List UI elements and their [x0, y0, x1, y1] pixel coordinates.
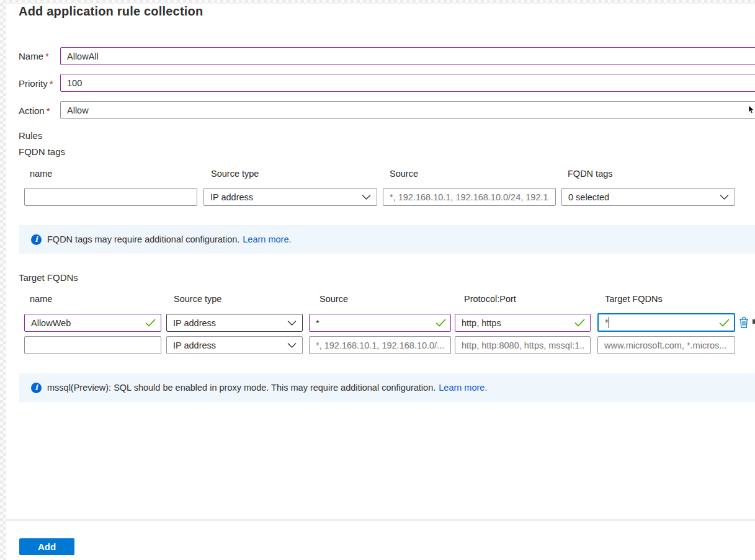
- target-name-input[interactable]: [24, 314, 161, 332]
- target-protocol-port-input[interactable]: [455, 336, 591, 354]
- target-protocol-port-input[interactable]: [455, 314, 591, 332]
- fqdn-source-type-select[interactable]: IP address: [203, 188, 377, 206]
- target-col-target-fqdns: Target FQDNs: [605, 294, 663, 304]
- rules-section-label: Rules: [19, 130, 42, 141]
- banner-text: mssql(Preview): SQL should be enabled in…: [47, 383, 436, 393]
- target-source-type-value: IP address: [173, 318, 216, 328]
- name-input[interactable]: [60, 47, 755, 65]
- target-col-source-type: Source type: [174, 294, 221, 304]
- target-source-input[interactable]: [309, 314, 451, 332]
- page-title: Add application rule collection: [19, 4, 203, 19]
- mouse-cursor: [748, 105, 755, 114]
- delete-row-icon[interactable]: [739, 317, 749, 329]
- target-fqdns-input[interactable]: [597, 336, 735, 354]
- required-asterisk: *: [45, 51, 49, 61]
- target-source-type-value: IP address: [173, 340, 216, 350]
- target-col-source: Source: [319, 294, 348, 304]
- add-application-rule-collection-blade: Add application rule collection Name* Pr…: [0, 0, 755, 560]
- target-source-input[interactable]: [309, 336, 451, 354]
- fqdn-col-fqdn-tags: FQDN tags: [568, 169, 613, 179]
- chevron-down-icon: [287, 342, 297, 348]
- fqdn-col-source-type: Source type: [211, 169, 259, 179]
- target-source-type-select[interactable]: IP address: [166, 314, 303, 332]
- mssql-info-banner: i mssql(Preview): SQL should be enabled …: [19, 373, 755, 402]
- add-button[interactable]: Add: [19, 538, 74, 555]
- action-label: Action*: [19, 105, 50, 116]
- priority-input[interactable]: [60, 74, 755, 92]
- fqdn-tags-select[interactable]: 0 selected: [561, 188, 735, 206]
- target-fqdns-input-focused[interactable]: [597, 313, 735, 332]
- fqdn-col-source: Source: [390, 169, 418, 179]
- fqdn-tags-section-label: FQDN tags: [19, 146, 65, 157]
- target-source-type-select[interactable]: IP address: [166, 336, 303, 354]
- chevron-down-icon: [287, 320, 297, 326]
- fqdn-source-type-value: IP address: [210, 192, 253, 202]
- learn-more-link[interactable]: Learn more.: [243, 234, 291, 244]
- fqdn-col-name: name: [30, 169, 52, 179]
- target-name-input[interactable]: [24, 336, 161, 354]
- priority-label: Priority*: [19, 78, 53, 89]
- fqdn-source-input[interactable]: [383, 188, 556, 206]
- action-label-text: Action: [19, 105, 45, 116]
- target-col-protocol-port: Protocol:Port: [464, 294, 516, 304]
- action-select[interactable]: Allow: [60, 101, 755, 119]
- chevron-down-icon: [362, 194, 371, 200]
- fqdn-tags-info-banner: i FQDN tags may require additional confi…: [19, 225, 755, 254]
- banner-text: FQDN tags may require additional configu…: [47, 234, 239, 244]
- info-icon: i: [31, 383, 42, 393]
- footer-divider: [6, 520, 755, 520]
- chevron-down-icon: [720, 194, 729, 200]
- target-fqdns-section-label: Target FQDNs: [19, 272, 78, 283]
- text-caret: [609, 317, 609, 328]
- clipped-edge-element: [753, 319, 755, 324]
- target-col-name: name: [30, 294, 52, 304]
- learn-more-link[interactable]: Learn more.: [439, 383, 487, 393]
- fqdn-tags-selected-value: 0 selected: [568, 192, 609, 202]
- name-label-text: Name: [19, 51, 43, 61]
- name-label: Name*: [19, 51, 49, 61]
- action-select-value: Allow: [67, 105, 89, 115]
- required-asterisk: *: [50, 78, 53, 89]
- required-asterisk: *: [47, 105, 50, 116]
- priority-label-text: Priority: [19, 78, 48, 89]
- fqdn-name-input[interactable]: [24, 188, 197, 206]
- info-icon: i: [31, 234, 42, 245]
